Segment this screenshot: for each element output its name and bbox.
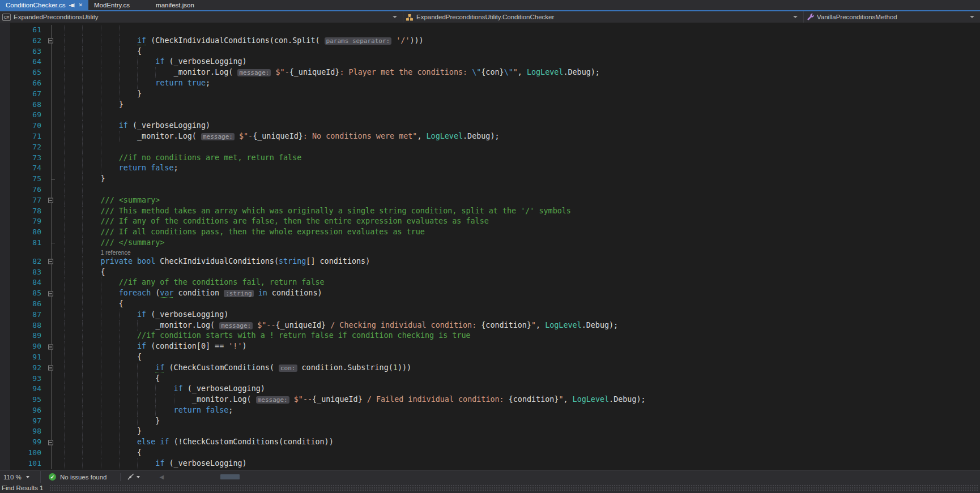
indent-guide [119, 25, 137, 36]
code-text: private bool CheckIndividualConditions(s… [64, 256, 980, 267]
code-text: } [64, 426, 980, 437]
code-line: 86{ [10, 299, 980, 310]
indent-guide [101, 153, 119, 164]
close-icon[interactable]: ✕ [78, 3, 83, 8]
code-text: _monitor.Log( message: $"--{_uniqueId} /… [64, 395, 980, 405]
outline-line [51, 384, 52, 395]
collapse-toggle-icon[interactable] [48, 38, 53, 44]
line-number: 63 [10, 46, 41, 57]
indent-guide [82, 374, 100, 384]
code-token: ; [174, 164, 178, 172]
indent-guide [101, 405, 119, 416]
inline-parameter-hint: message: [219, 322, 253, 329]
code-line: 94if (_verboseLogging) [10, 384, 980, 395]
indent-guide [64, 121, 82, 131]
code-token: conditions) [267, 289, 322, 297]
project-dropdown[interactable]: C# ExpandedPreconditionsUtility [0, 11, 403, 23]
code-text: 1 reference [64, 248, 980, 256]
line-number: 81 [10, 238, 41, 248]
code-token: \" [504, 68, 513, 76]
code-token: (_verboseLogging) [164, 57, 246, 66]
indent-guide [101, 46, 119, 57]
outlining-margin [41, 426, 64, 437]
code-editor[interactable]: 6162if (CheckIndividualConditions(con.Sp… [0, 23, 980, 470]
collapse-toggle-icon[interactable] [48, 366, 53, 371]
code-line: 76 [10, 185, 980, 195]
indent-guide [82, 67, 100, 78]
code-cleanup-button[interactable] [126, 473, 140, 481]
indent-guide [64, 331, 82, 341]
chevron-down-icon[interactable] [793, 16, 798, 18]
horizontal-scrollbar-thumb[interactable] [220, 474, 240, 479]
tab-manifest[interactable]: manifest.json [150, 0, 200, 10]
code-token: { [101, 268, 105, 276]
outlining-margin [41, 458, 64, 469]
indent-guide [82, 57, 100, 67]
pin-icon[interactable] [69, 2, 75, 8]
collapse-toggle-icon[interactable] [48, 198, 53, 203]
outlining-margin [41, 363, 64, 374]
codelens-references[interactable]: 1 reference [101, 249, 131, 256]
code-token: if [137, 342, 146, 350]
code-token: _monitor.Log( [192, 395, 256, 404]
code-token: { [137, 47, 142, 55]
type-dropdown[interactable]: ExpandedPreconditionsUtility.ConditionCh… [403, 11, 804, 23]
code-line: 89//if condition starts with a ! return … [10, 331, 980, 341]
code-token: : No conditions were met" [303, 132, 417, 140]
collapse-toggle-icon[interactable] [48, 440, 53, 445]
indent-guide [82, 384, 100, 395]
code-token: (_verboseLogging) [164, 459, 246, 468]
code-token: string [279, 257, 306, 265]
indent-guide [119, 78, 137, 89]
collapse-toggle-icon[interactable] [48, 259, 53, 264]
code-token: ))) [398, 363, 411, 372]
indent-guide [64, 320, 82, 331]
document-health-indicator[interactable]: ✓ No issues found [41, 473, 114, 481]
tab-label: ModEntry.cs [94, 2, 130, 8]
line-number: 93 [10, 374, 41, 384]
collapse-toggle-icon[interactable] [48, 344, 53, 349]
zoom-level-dropdown[interactable]: 110 % [0, 471, 41, 483]
indent-guide [64, 142, 82, 153]
indent-guide [101, 78, 119, 89]
code-token: ) [242, 342, 247, 350]
outline-line [51, 57, 52, 67]
tab-modentry[interactable]: ModEntry.cs [88, 0, 135, 10]
outlining-margin [41, 25, 64, 36]
member-dropdown[interactable]: VanillaPreconditionsMethod [804, 11, 980, 23]
code-line: 97} [10, 416, 980, 427]
indent-guide [101, 277, 119, 288]
outline-line [51, 267, 52, 278]
indent-guide [64, 174, 82, 185]
outlining-margin [41, 227, 64, 238]
outlining-margin [41, 437, 64, 448]
code-token: if [119, 121, 128, 130]
scroll-left-icon[interactable]: ◀ [159, 474, 164, 480]
code-token: [] conditions) [306, 257, 370, 265]
line-number: 99 [10, 437, 41, 448]
line-number: 86 [10, 299, 41, 310]
indent-guide [101, 100, 119, 110]
code-token: \" [472, 68, 481, 76]
outline-line [51, 25, 52, 36]
code-line: 64if (_verboseLogging) [10, 57, 980, 67]
code-line: 66return true; [10, 78, 980, 89]
code-text: _monitor.Log( message: $"-{_uniqueId}: P… [64, 67, 980, 78]
code-line: 82private bool CheckIndividualConditions… [10, 256, 980, 267]
indent-guide [101, 437, 119, 448]
outline-line [51, 131, 52, 142]
code-token: $"-- [253, 321, 275, 329]
outlining-margin [41, 374, 64, 384]
tab-conditionchecker[interactable]: ConditionChecker.cs ✕ [0, 0, 88, 10]
code-text: { [64, 374, 980, 384]
code-text: if (CheckIndividualConditions(con.Split(… [64, 36, 980, 46]
chevron-down-icon[interactable] [970, 16, 974, 18]
chevron-down-icon[interactable] [393, 16, 397, 18]
indent-guide [101, 163, 119, 174]
outlining-margin [41, 57, 64, 67]
code-token: .Debug); [563, 68, 600, 76]
inline-parameter-hint: message: [256, 396, 289, 404]
line-number: 101 [10, 458, 41, 469]
collapse-toggle-icon[interactable] [48, 291, 53, 296]
code-token: if [155, 363, 164, 372]
